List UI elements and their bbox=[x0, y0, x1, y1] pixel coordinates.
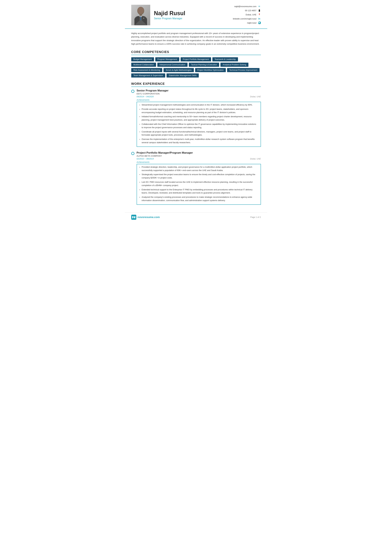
competency-tag: Tactical Planning & Execution bbox=[189, 63, 219, 67]
competency-tag: Stakeholder Management Skills bbox=[166, 73, 199, 78]
email-text: najid@novoresume.com bbox=[234, 5, 256, 7]
competency-tag: Interpersonal Communication bbox=[157, 63, 187, 67]
achievement-item: Extended technical support to the Enterp… bbox=[139, 188, 258, 195]
competency-tag: Teamwork & Leadership bbox=[212, 57, 238, 61]
competency-tag: Technical Process Improvement bbox=[227, 68, 259, 72]
competency-tag: Multilevel Collaboration bbox=[131, 63, 156, 67]
achievements-box: Streamlined project management methodolo… bbox=[137, 102, 261, 147]
achievement-item: Led 20+ PMO resources staff located acro… bbox=[139, 181, 258, 187]
job-dates: 09/2014 – 04/2020 bbox=[137, 95, 154, 98]
job-dot-wrap bbox=[131, 89, 134, 93]
job-entry: Senior Program Manager DDTJ CORPORATION … bbox=[131, 89, 261, 147]
achievement-item: Coordinate all project inputs with sever… bbox=[139, 130, 258, 137]
achievement-item: Strategically supervised the project exe… bbox=[139, 173, 258, 180]
job-meta: 09/2014 – 04/2020 Dubai, UAE bbox=[137, 95, 261, 98]
jobs-container: Senior Program Manager DDTJ CORPORATION … bbox=[131, 89, 261, 205]
job-entry: Project Portfolio Manager/Program Manage… bbox=[131, 151, 261, 205]
job-dot-wrap bbox=[131, 151, 134, 155]
achievement-item: Provide accurate reporting on project st… bbox=[139, 108, 258, 114]
svg-point-3 bbox=[138, 7, 144, 14]
phone-item: 00 123 4657 📱 bbox=[233, 9, 261, 12]
achievement-item: Collaborated with the Chief Information … bbox=[139, 123, 258, 129]
full-name: Najid Rusul bbox=[154, 10, 233, 16]
job-location: Dubai, UAE bbox=[250, 158, 261, 160]
competency-tag: Project Portfolio Management bbox=[181, 57, 211, 61]
email-item: najid@novoresume.com ✉ bbox=[233, 5, 261, 8]
achievements-list: Streamlined project management methodolo… bbox=[139, 103, 258, 144]
competency-tag: Risk Assessment & Monitoring bbox=[131, 68, 162, 72]
achievements-list: Provided strategic direction, leadership… bbox=[139, 166, 258, 202]
footer-logo-text: novoresume.com bbox=[138, 216, 160, 219]
competencies-grid: Budget ManagementProgram ManagementProje… bbox=[131, 57, 261, 78]
competencies-section: CORE COMPETENCIES Budget ManagementProgr… bbox=[125, 49, 267, 80]
job-meta: 02/2010 – 08/2014 Dubai, UAE bbox=[137, 158, 261, 160]
linkedin-text: linkedin.com/in/najid.rusul bbox=[233, 18, 257, 20]
linkedin-item: linkedin.com/in/najid.rusul in bbox=[233, 17, 261, 20]
footer: novoresume.com Page 1 of 2 bbox=[125, 212, 267, 222]
job-dot bbox=[131, 152, 134, 155]
summary-section: Highly accomplished project portfolio an… bbox=[125, 29, 267, 49]
linkedin-icon: in bbox=[258, 17, 261, 20]
header: Najid Rusul Senior Program Manager najid… bbox=[125, 0, 267, 29]
job-content: Project Portfolio Manager/Program Manage… bbox=[137, 151, 261, 205]
email-icon: ✉ bbox=[258, 5, 261, 8]
achievement-item: Initiated formal/informal coaching and m… bbox=[139, 115, 258, 122]
achievements-box: Provided strategic direction, leadership… bbox=[137, 164, 261, 205]
job-title-text: Project Portfolio Manager/Program Manage… bbox=[137, 151, 261, 154]
job-dates: 02/2010 – 08/2014 bbox=[137, 158, 154, 160]
phone-icon: 📱 bbox=[258, 9, 261, 12]
job-company: DDTJ CORPORATION bbox=[137, 93, 261, 95]
job-content: Senior Program Manager DDTJ CORPORATION … bbox=[137, 89, 261, 147]
achievement-item: Analyzed the company's existing processe… bbox=[139, 196, 258, 202]
job-header: Project Portfolio Manager/Program Manage… bbox=[131, 151, 261, 205]
job-company: ALPHA BETA COMPANY bbox=[137, 155, 261, 157]
achievement-item: Oversee the implementation of the enterp… bbox=[139, 138, 258, 144]
skype-item: najid.rusul bbox=[233, 21, 261, 24]
phone-text: 00 123 4657 bbox=[245, 9, 256, 12]
name-title-block: Najid Rusul Senior Program Manager bbox=[154, 10, 233, 20]
summary-text: Highly accomplished project portfolio an… bbox=[131, 32, 261, 46]
novoresume-logo-icon bbox=[131, 215, 136, 220]
competency-tag: Team Management & Supervision bbox=[131, 73, 165, 78]
work-experience-title: WORK EXPERIENCE bbox=[131, 82, 261, 87]
location-item: Dubai, UAE 📍 bbox=[233, 13, 261, 16]
footer-logo: novoresume.com bbox=[131, 215, 160, 220]
job-location: Dubai, UAE bbox=[250, 95, 261, 98]
achievements-label: Achievements bbox=[137, 161, 261, 163]
skype-icon bbox=[258, 21, 261, 24]
competency-tag: Analytical Problem-Solving bbox=[221, 63, 249, 67]
job-title-text: Senior Program Manager bbox=[137, 89, 261, 92]
work-experience-section: WORK EXPERIENCE Senior Program Manager D… bbox=[125, 80, 267, 211]
competency-tag: Program Management bbox=[155, 57, 179, 61]
footer-page: Page 1 of 2 bbox=[250, 216, 261, 218]
competencies-title: CORE COMPETENCIES bbox=[131, 50, 261, 55]
avatar bbox=[131, 5, 150, 25]
competency-tag: Budget Management bbox=[131, 57, 154, 61]
job-dot bbox=[131, 90, 134, 93]
competency-tag: Scrum & Agile Methodologies bbox=[164, 68, 194, 72]
location-icon: 📍 bbox=[258, 13, 261, 16]
contact-info: najid@novoresume.com ✉ 00 123 4657 📱 Dub… bbox=[233, 5, 261, 25]
location-text: Dubai, UAE bbox=[246, 14, 257, 16]
achievements-label: Achievements bbox=[137, 99, 261, 101]
achievement-item: Streamlined project management methodolo… bbox=[139, 103, 258, 107]
skype-text: najid.rusul bbox=[247, 22, 256, 24]
job-title: Senior Program Manager bbox=[154, 17, 233, 20]
competency-tag: Project Workflow Optimization bbox=[195, 68, 226, 72]
job-header: Senior Program Manager DDTJ CORPORATION … bbox=[131, 89, 261, 147]
achievement-item: Provided strategic direction, leadership… bbox=[139, 166, 258, 172]
